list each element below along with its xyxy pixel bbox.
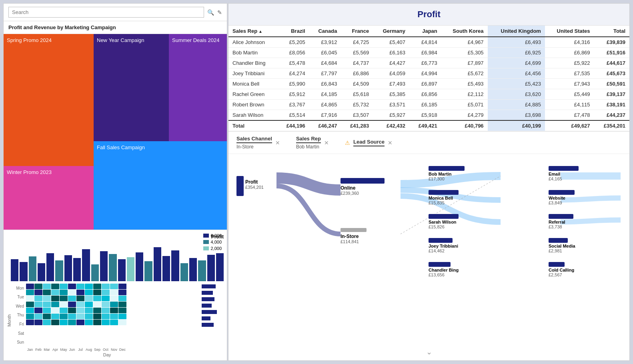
bar-item <box>154 247 161 281</box>
search-icon[interactable]: 🔍 <box>207 9 214 16</box>
heatmap-x-labels: JanFebMarAprMayJunJulAugSepOctNovDec <box>14 348 200 352</box>
heatmap-day-label: Sun <box>14 340 25 345</box>
instore-bar <box>341 228 367 232</box>
col-france[interactable]: France <box>341 26 373 37</box>
bar-item <box>100 251 108 281</box>
right-bar <box>202 297 214 301</box>
profit-value: £354,201 <box>245 185 264 190</box>
treemap-winter[interactable]: Winter Promo 2023 <box>4 166 94 230</box>
col-us[interactable]: United States <box>545 26 594 37</box>
sankey-profit-node: Profit £354,201 <box>236 176 244 197</box>
heatmap-cell <box>102 290 110 295</box>
heatmap-cell <box>76 320 84 325</box>
heatmap-grid: MonTueWedThuFriSatSun <box>14 284 200 347</box>
heatmap-cell <box>60 320 68 325</box>
heatmap-cell <box>93 314 101 319</box>
profit-title: Profit <box>228 4 629 26</box>
bar-item <box>118 259 126 281</box>
heatmap-cell <box>110 284 118 289</box>
search-bar: 🔍 ✎ <box>4 4 227 21</box>
filter-lead-source-close[interactable]: ✕ <box>388 140 393 146</box>
filter-sales-channel-close[interactable]: ✕ <box>275 140 280 146</box>
bar-item <box>189 258 197 281</box>
right-bar <box>202 310 217 314</box>
heatmap-cell <box>43 296 51 301</box>
heatmap-month-label: Apr <box>51 348 59 352</box>
heatmap-cell <box>68 320 76 325</box>
heatmap-cell <box>102 320 110 325</box>
show-more-button[interactable]: ⌄ <box>426 348 432 356</box>
bar-item <box>144 261 152 281</box>
col-uk[interactable]: United Kingdom <box>488 26 545 37</box>
legend-color-light <box>203 246 209 250</box>
heatmap-month-label: Jan <box>26 348 34 352</box>
col-brazil[interactable]: Brazil <box>277 26 309 37</box>
sankey-instore-node: In-Store £114,841 <box>341 228 367 244</box>
heatmap-cell <box>60 290 68 295</box>
heatmap-cell <box>26 284 34 289</box>
table-row: Robert Brown <box>228 100 277 110</box>
edit-icon[interactable]: ✎ <box>217 9 222 16</box>
heatmap-day-label: Mon <box>14 285 25 291</box>
heatmap-cell <box>51 302 59 307</box>
filter-sales-channel-label: Sales Channel <box>236 136 272 143</box>
heatmap-day-label: Fri <box>14 322 25 327</box>
sankey-section: Sales Channel In-Store ✕ Sales Rep Bob M… <box>228 132 629 360</box>
heatmap-cell <box>110 308 118 313</box>
bar-item <box>38 263 45 281</box>
heatmap-cell <box>76 296 84 301</box>
col-south-korea[interactable]: South Korea <box>441 26 488 37</box>
col-germany[interactable]: Germany <box>373 26 409 37</box>
heatmap-cell <box>26 296 34 301</box>
heatmap-cell <box>60 284 68 289</box>
treemap-newyear[interactable]: New Year Campaign <box>94 34 169 141</box>
heatmap-cell <box>85 314 93 319</box>
bar-chart <box>7 241 224 281</box>
heatmap-month-label: May <box>60 348 68 352</box>
treemap-fall[interactable]: Fall Sales Campaign <box>94 141 227 230</box>
heatmap-cell <box>85 290 93 295</box>
heatmap-cell <box>34 284 42 289</box>
heatmap-cell <box>51 320 59 325</box>
instore-label: In-Store <box>341 234 367 239</box>
heatmap-day-label: Sat <box>14 330 25 336</box>
col-sales-rep[interactable]: Sales Rep <box>228 26 277 37</box>
search-input[interactable] <box>8 7 204 18</box>
bar-item <box>198 260 206 281</box>
instore-value: £114,841 <box>341 239 367 244</box>
heatmap-cell <box>51 284 59 289</box>
right-bars <box>202 284 224 357</box>
heatmap-container: Month MonTueWedThuFriSatSun JanFebMarApr… <box>7 284 224 357</box>
heatmap-cell <box>76 308 84 313</box>
sankey-diagram: Profit £354,201 Online £239,360 <box>228 154 629 360</box>
bar-chart-title: Profit <box>7 234 224 240</box>
right-bar <box>202 304 212 308</box>
filter-sales-rep-value: Bob Martin <box>296 144 321 150</box>
heatmap-cell <box>76 302 84 307</box>
col-canada[interactable]: Canada <box>309 26 341 37</box>
filter-sales-rep-label: Sales Rep <box>296 136 321 143</box>
heatmap-cell <box>43 314 51 319</box>
online-value: £239,360 <box>341 191 385 196</box>
legend-color-mid <box>203 240 209 244</box>
heatmap-cell <box>68 296 76 301</box>
heatmap-cell <box>102 296 110 301</box>
heatmap-cell <box>43 284 51 289</box>
sankey-source-node: Referral £3,738 <box>549 214 579 229</box>
bottom-charts: Profit 6,000 4,000 <box>4 230 227 360</box>
filter-sales-rep-close[interactable]: ✕ <box>324 140 329 146</box>
heatmap-cell <box>26 302 34 307</box>
legend-color-dark <box>203 234 209 238</box>
heatmap-cell <box>34 320 42 325</box>
treemap: Spring Promo 2024 Winter Promo 2023 New … <box>4 34 227 230</box>
lead-source-icon: ⚠ <box>345 140 350 146</box>
col-japan[interactable]: Japan <box>409 26 441 37</box>
treemap-summer[interactable]: Summer Deals 2024 <box>169 34 227 141</box>
treemap-spring[interactable]: Spring Promo 2024 <box>4 34 94 166</box>
right-bar <box>202 291 213 295</box>
heatmap-month-label: Feb <box>34 348 42 352</box>
heatmap-cell <box>85 302 93 307</box>
col-total[interactable]: Total <box>594 26 629 37</box>
sankey-rep-node: Sarah Wilson £15,826 <box>429 214 465 229</box>
profit-label: Profit <box>245 179 264 185</box>
